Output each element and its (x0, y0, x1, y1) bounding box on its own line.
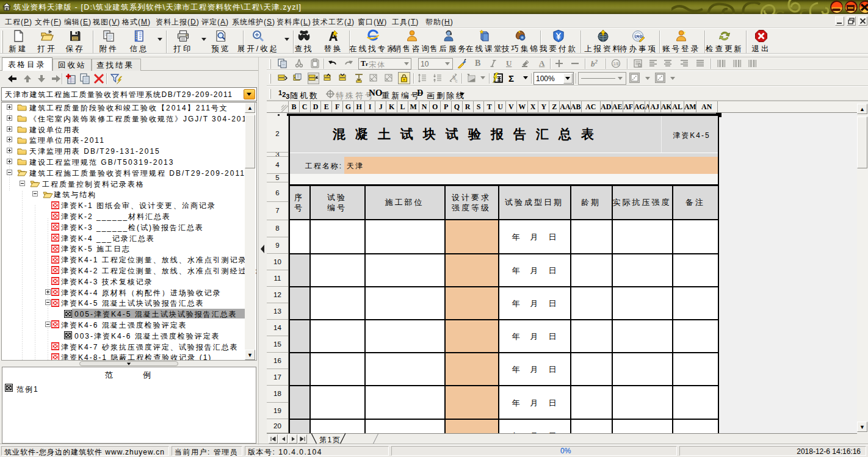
svg-text:C: C (455, 79, 458, 83)
svg-text:DVD: DVD (635, 35, 643, 38)
svg-text:1/8: 1/8 (613, 62, 619, 66)
